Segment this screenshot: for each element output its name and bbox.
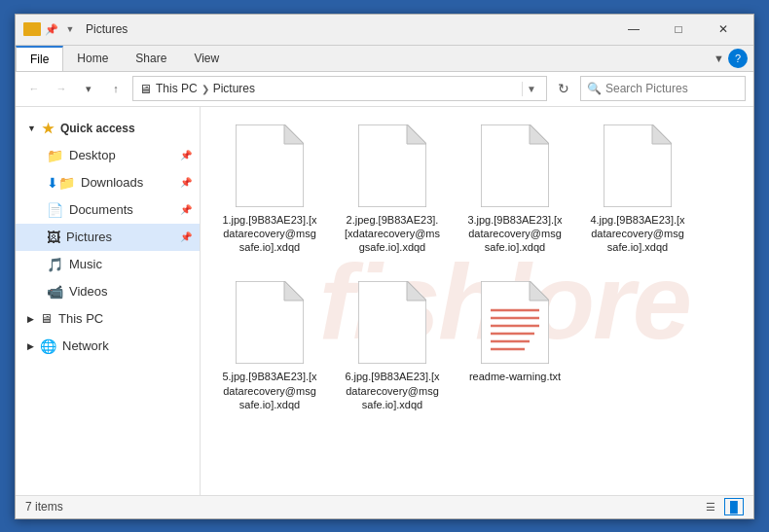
- tab-file[interactable]: File: [16, 46, 63, 71]
- sidebar-label-pictures: Pictures: [66, 230, 112, 244]
- window-title: Pictures: [86, 22, 611, 36]
- list-item[interactable]: 5.jpg.[9B83AE23].[xdatarecovery@msgsafe.…: [216, 275, 323, 417]
- this-pc-icon: 🖥: [40, 311, 53, 326]
- list-item[interactable]: 6.jpg.[9B83AE23].[xdatarecovery@msgsafe.…: [339, 275, 446, 417]
- sidebar-item-this-pc[interactable]: ▶ 🖥 This PC: [16, 305, 200, 333]
- help-button[interactable]: ?: [728, 49, 748, 68]
- svg-marker-13: [530, 281, 549, 301]
- network-icon: 🌐: [40, 338, 56, 354]
- documents-icon: 📄: [47, 202, 63, 218]
- file-name-6: 6.jpg.[9B83AE23].[xdatarecovery@msgsafe.…: [345, 370, 440, 411]
- explorer-window: 📌 ▼ Pictures — □ ✕ File Home Share View …: [15, 14, 754, 519]
- search-input[interactable]: [605, 82, 739, 95]
- title-controls: — □ ✕: [611, 15, 746, 44]
- pin-icon-documents: 📌: [180, 204, 192, 215]
- file-icon-7: [481, 281, 549, 364]
- svg-marker-5: [530, 124, 549, 144]
- sidebar-item-network[interactable]: ▶ 🌐 Network: [16, 333, 200, 360]
- file-icon-2: [358, 124, 426, 207]
- quick-access-icon[interactable]: 📌: [44, 21, 59, 37]
- sidebar-label-desktop: Desktop: [69, 148, 116, 162]
- sidebar-item-videos[interactable]: 📹 Videos: [16, 278, 200, 305]
- desktop-folder-icon: 📁: [47, 148, 63, 163]
- sidebar-item-documents[interactable]: 📄 Documents 📌: [16, 196, 200, 224]
- file-icon-6: [358, 281, 426, 364]
- file-name-4: 4.jpg.[9B83AE23].[xdatarecovery@msgsafe.…: [590, 213, 685, 255]
- network-expand-icon: ▶: [27, 341, 34, 351]
- minimize-button[interactable]: —: [611, 15, 656, 44]
- main-content: ▼ ★ Quick access 📁 Desktop 📌 ⬇📁 Download…: [16, 107, 753, 495]
- quick-access-expand-icon: ▼: [27, 124, 36, 133]
- file-icon-4: [604, 124, 672, 207]
- svg-marker-1: [284, 124, 304, 144]
- sidebar-label-documents: Documents: [69, 202, 133, 217]
- file-name-7: readme-warning.txt: [469, 370, 561, 383]
- large-icon-view-button[interactable]: █: [724, 498, 744, 515]
- list-item[interactable]: readme-warning.txt: [461, 275, 568, 417]
- ribbon: File Home Share View ▼ ?: [16, 46, 753, 72]
- file-icon-5: [236, 281, 304, 364]
- status-bar: 7 items ☰ █: [16, 495, 753, 518]
- file-name-5: 5.jpg.[9B83AE23].[xdatarecovery@msgsafe.…: [222, 370, 317, 411]
- maximize-button[interactable]: □: [656, 15, 701, 44]
- close-button[interactable]: ✕: [701, 15, 746, 44]
- file-name-1: 1.jpg.[9B83AE23].[xdatarecovery@msgsafe.…: [222, 213, 317, 255]
- path-part-pictures[interactable]: Pictures: [213, 82, 255, 95]
- tab-home[interactable]: Home: [63, 46, 122, 71]
- sidebar-item-music[interactable]: 🎵 Music: [16, 251, 200, 278]
- file-area: fishlore 1.jpg.[9B83AE23].[xdatarecovery…: [201, 107, 753, 495]
- item-count: 7 items: [25, 500, 63, 514]
- up-button[interactable]: ↑: [105, 78, 127, 99]
- svg-marker-11: [407, 281, 426, 301]
- search-box[interactable]: 🔍: [580, 76, 746, 101]
- files-grid: 1.jpg.[9B83AE23].[xdatarecovery@msgsafe.…: [216, 119, 738, 418]
- back-button: ←: [23, 78, 45, 99]
- view-controls: ☰ █: [701, 498, 744, 515]
- sidebar-label-downloads: Downloads: [81, 175, 143, 190]
- search-icon: 🔍: [587, 82, 602, 95]
- refresh-button[interactable]: ↻: [553, 78, 574, 99]
- svg-marker-3: [407, 124, 426, 144]
- sidebar-label-music: Music: [69, 257, 102, 271]
- sidebar-label-videos: Videos: [69, 284, 108, 299]
- list-item[interactable]: 3.jpg.[9B83AE23].[xdatarecovery@msgsafe.…: [461, 119, 568, 261]
- recent-button[interactable]: ▾: [78, 78, 99, 99]
- address-bar[interactable]: 🖥 This PC ❯ Pictures ▼: [132, 76, 547, 101]
- sidebar-item-desktop[interactable]: 📁 Desktop 📌: [16, 142, 200, 169]
- customize-icon[interactable]: ▼: [62, 21, 78, 37]
- tab-view[interactable]: View: [180, 46, 233, 71]
- list-view-button[interactable]: ☰: [701, 498, 720, 515]
- sidebar-item-pictures[interactable]: 🖼 Pictures 📌: [16, 224, 200, 251]
- svg-marker-7: [652, 124, 672, 144]
- ribbon-collapse-icon[interactable]: ▼: [714, 53, 724, 64]
- address-icon: 🖥: [139, 82, 152, 96]
- forward-button: →: [51, 78, 72, 99]
- list-item[interactable]: 1.jpg.[9B83AE23].[xdatarecovery@msgsafe.…: [216, 119, 323, 261]
- file-name-2: 2.jpeg.[9B83AE23].[xdatarecovery@msgsafe…: [345, 213, 440, 255]
- file-name-3: 3.jpg.[9B83AE23].[xdatarecovery@msgsafe.…: [467, 213, 563, 255]
- sidebar-item-downloads[interactable]: ⬇📁 Downloads 📌: [16, 169, 200, 196]
- sidebar-label-this-pc: This PC: [58, 311, 103, 326]
- file-icon-1: [236, 124, 304, 207]
- address-path: 🖥 This PC ❯ Pictures: [139, 82, 518, 96]
- list-item[interactable]: 4.jpg.[9B83AE23].[xdatarecovery@msgsafe.…: [584, 119, 691, 261]
- sidebar: ▼ ★ Quick access 📁 Desktop 📌 ⬇📁 Download…: [16, 107, 201, 495]
- svg-marker-9: [284, 281, 304, 301]
- path-part-thispc[interactable]: This PC: [156, 82, 198, 95]
- title-bar-icons: 📌 ▼: [23, 21, 78, 37]
- tab-share[interactable]: Share: [122, 46, 180, 71]
- ribbon-tabs: File Home Share View ▼ ?: [16, 46, 753, 71]
- star-icon: ★: [42, 121, 55, 136]
- address-dropdown-btn[interactable]: ▼: [522, 82, 540, 96]
- file-icon-3: [481, 124, 549, 207]
- addressbar-area: ← → ▾ ↑ 🖥 This PC ❯ Pictures ▼ ↻ 🔍: [16, 72, 753, 107]
- sidebar-item-quick-access[interactable]: ▼ ★ Quick access: [16, 115, 200, 142]
- this-pc-expand-icon: ▶: [27, 314, 34, 324]
- pin-icon-downloads: 📌: [180, 177, 192, 188]
- title-bar: 📌 ▼ Pictures — □ ✕: [16, 15, 753, 46]
- window-icon: [23, 22, 41, 36]
- sidebar-item-label: Quick access: [60, 122, 135, 135]
- music-icon: 🎵: [47, 257, 63, 272]
- list-item[interactable]: 2.jpeg.[9B83AE23].[xdatarecovery@msgsafe…: [339, 119, 446, 261]
- path-sep-1: ❯: [201, 84, 209, 94]
